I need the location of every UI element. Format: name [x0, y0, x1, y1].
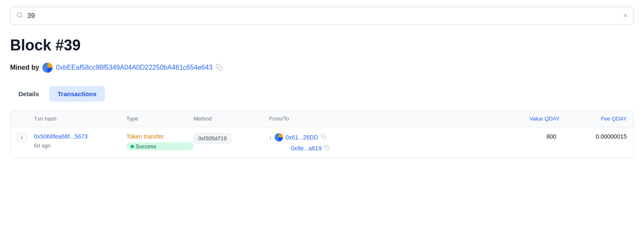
- status-badge: Success: [126, 142, 194, 150]
- col-method: Method: [194, 116, 269, 122]
- to-row: 0x9e...a619: [269, 145, 492, 152]
- svg-rect-6: [326, 147, 329, 150]
- fee-col: 0.00000015: [560, 133, 627, 140]
- status-text: Success: [136, 143, 156, 150]
- miner-icon: [42, 63, 52, 73]
- svg-line-1: [21, 16, 22, 18]
- tab-details[interactable]: Details: [10, 86, 47, 102]
- search-icon: [16, 12, 23, 20]
- from-to-col: ↓ 0x61...26DD 0x9e...a619: [269, 133, 492, 152]
- from-row: ↓ 0x61...26DD: [269, 133, 492, 142]
- mined-by-label: Mined by: [10, 64, 39, 71]
- search-bar: 39 ×: [10, 7, 634, 25]
- copy-to-address-button[interactable]: [324, 145, 330, 152]
- mined-by-row: Mined by 0xbEEaf58cc98f5349A04A0D22250bA…: [10, 63, 634, 73]
- col-txn-hash: Txn hash: [34, 116, 126, 122]
- svg-point-0: [17, 13, 22, 17]
- copy-address-button[interactable]: [216, 64, 223, 72]
- method-badge: 0xf305d719: [194, 133, 231, 144]
- txn-hash-col: 0x5068fea66f...5673 6d ago: [34, 133, 126, 149]
- to-address-link[interactable]: 0x9e...a619: [291, 145, 322, 152]
- transaction-type: Token transfer: [126, 133, 194, 140]
- arrow-down-icon: ↓: [269, 134, 272, 141]
- transactions-table: Txn hash Type Method From/To Value QDAY …: [10, 110, 634, 158]
- copy-from-address-button[interactable]: [321, 134, 326, 141]
- search-input[interactable]: 39: [27, 12, 623, 20]
- col-value-qday: Value QDAY: [492, 116, 560, 122]
- from-address-icon: [275, 133, 283, 142]
- row-info-icon[interactable]: i: [17, 133, 34, 142]
- table-row: i 0x5068fea66f...5673 6d ago Token trans…: [10, 127, 634, 158]
- time-ago: 6d ago: [34, 142, 126, 149]
- tabs: Details Transactions: [10, 86, 634, 102]
- success-dot-icon: [131, 145, 134, 148]
- col-from-to: From/To: [269, 116, 492, 122]
- clear-search-button[interactable]: ×: [623, 11, 628, 20]
- table-header: Txn hash Type Method From/To Value QDAY …: [10, 110, 634, 127]
- svg-rect-3: [218, 66, 222, 70]
- value-col: 800: [492, 133, 560, 140]
- miner-address-link[interactable]: 0xbEEaf58cc98f5349A04A0D22250bA461c654e6…: [56, 64, 212, 71]
- page-title: Block #39: [10, 37, 634, 54]
- col-fee-qday: Fee QDAY: [560, 116, 627, 122]
- svg-rect-5: [323, 136, 326, 139]
- txn-hash-link[interactable]: 0x5068fea66f...5673: [34, 133, 126, 140]
- col-type: Type: [126, 116, 194, 122]
- method-col: 0xf305d719: [194, 133, 269, 144]
- from-address-link[interactable]: 0x61...26DD: [285, 134, 318, 141]
- tab-transactions[interactable]: Transactions: [49, 86, 105, 102]
- type-col: Token transfer Success: [126, 133, 194, 150]
